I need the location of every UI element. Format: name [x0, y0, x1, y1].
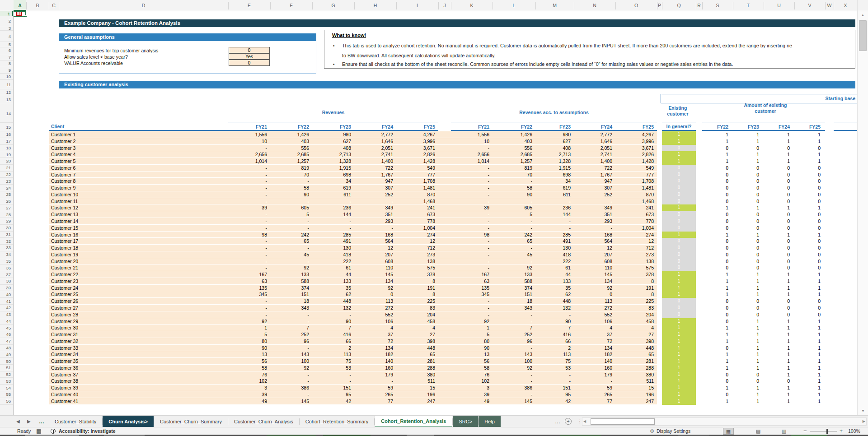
revenue-acc-cell[interactable]: - — [493, 218, 532, 224]
horizontal-scrollbar[interactable]: ◀ ▶ — [582, 417, 867, 426]
revenue-cell[interactable]: 53 — [312, 365, 351, 371]
revenue-acc-cell[interactable]: 53 — [535, 365, 571, 371]
amount-existing-cell[interactable]: 0 — [794, 191, 821, 198]
revenue-cell[interactable]: 980 — [312, 131, 351, 138]
row-header-44[interactable]: 44 — [0, 318, 13, 325]
revenue-acc-cell[interactable]: 145 — [574, 271, 612, 278]
amount-existing-cell[interactable]: 1 — [794, 338, 821, 344]
revenue-acc-cell[interactable]: 113 — [535, 351, 571, 357]
revenue-cell[interactable]: 2,656 — [228, 151, 267, 158]
revenue-acc-cell[interactable]: - — [493, 318, 532, 325]
revenue-cell[interactable]: - — [270, 345, 309, 351]
amount-existing-cell[interactable]: 1 — [794, 151, 821, 158]
revenue-cell[interactable]: - — [312, 225, 351, 231]
row-header-56[interactable]: 56 — [0, 398, 13, 405]
revenue-acc-cell[interactable]: 66 — [535, 338, 571, 344]
revenue-acc-cell[interactable]: 72 — [574, 338, 612, 344]
amount-existing-cell[interactable]: 0 — [733, 371, 759, 378]
revenue-acc-cell[interactable]: - — [451, 258, 489, 264]
revenue-cell[interactable]: 70 — [270, 172, 309, 178]
revenue-acc-cell[interactable]: 56 — [451, 358, 489, 364]
amount-existing-cell[interactable]: 0 — [733, 191, 759, 198]
amount-existing-cell[interactable]: 1 — [764, 385, 790, 391]
revenue-acc-cell[interactable]: - — [493, 391, 532, 398]
revenue-cell[interactable]: 552 — [354, 311, 393, 318]
revenue-acc-cell[interactable]: 182 — [574, 351, 612, 357]
revenue-cell[interactable]: 398 — [396, 338, 435, 344]
revenue-acc-cell[interactable]: 722 — [574, 165, 612, 171]
in-general-cell[interactable]: 0 — [662, 305, 696, 311]
amount-existing-cell[interactable]: 0 — [702, 345, 728, 351]
revenue-cell[interactable]: 2,772 — [354, 131, 393, 138]
amount-existing-cell[interactable]: 0 — [733, 251, 759, 258]
in-general-cell[interactable]: 0 — [662, 172, 696, 178]
revenue-cell[interactable]: 575 — [396, 264, 435, 271]
selection-fill-handle[interactable] — [25, 15, 27, 18]
revenue-cell[interactable]: 65 — [270, 238, 309, 244]
revenue-cell[interactable]: 3,996 — [396, 138, 435, 144]
revenue-acc-cell[interactable]: 698 — [535, 172, 571, 178]
amount-existing-cell[interactable]: 0 — [733, 378, 759, 384]
in-general-cell[interactable]: 0 — [662, 145, 696, 152]
amount-existing-cell[interactable]: 0 — [794, 264, 821, 271]
amount-existing-cell[interactable]: 1 — [764, 345, 790, 351]
amount-existing-cell[interactable]: 1 — [764, 391, 790, 398]
revenue-cell[interactable]: 345 — [228, 291, 267, 297]
row-header-37[interactable]: 37 — [0, 271, 13, 278]
amount-existing-cell[interactable]: 0 — [764, 185, 790, 191]
revenue-acc-cell[interactable]: 1,428 — [615, 158, 654, 164]
row-header-46[interactable]: 46 — [0, 331, 13, 338]
amount-existing-cell[interactable]: 1 — [733, 278, 759, 284]
customer-name-cell[interactable]: Customer 36 — [49, 365, 225, 371]
revenue-cell[interactable]: 2 — [312, 345, 351, 351]
in-general-cell[interactable]: 0 — [662, 165, 696, 172]
in-general-cell[interactable]: 0 — [662, 258, 696, 265]
amount-existing-cell[interactable]: 0 — [702, 378, 728, 384]
row-header-26[interactable]: 26 — [0, 198, 13, 205]
table-row[interactable]: Customer 2992-9010645892-9010645810111 — [14, 318, 857, 325]
revenue-cell[interactable]: 549 — [396, 165, 435, 171]
customer-name-cell[interactable]: Customer 14 — [49, 218, 225, 224]
revenue-acc-cell[interactable]: 343 — [493, 305, 532, 311]
revenue-cell[interactable]: 448 — [396, 345, 435, 351]
in-general-cell[interactable]: 1 — [662, 291, 696, 298]
revenue-cell[interactable]: 143 — [270, 351, 309, 357]
row-header-31[interactable]: 31 — [0, 232, 13, 238]
table-row[interactable]: Customer 2104036271,6463,996104036271,64… — [14, 138, 857, 145]
macro-record-icon[interactable]: ▦ — [36, 427, 41, 435]
revenue-acc-cell[interactable]: 35 — [535, 285, 571, 291]
row-header-2[interactable]: 2 — [0, 16, 13, 26]
amount-existing-cell[interactable]: 1 — [702, 204, 728, 211]
revenue-cell[interactable]: 349 — [354, 204, 393, 211]
revenue-cell[interactable]: - — [228, 172, 267, 178]
amount-existing-cell[interactable]: 0 — [702, 258, 728, 264]
customer-name-cell[interactable]: Customer 15 — [49, 225, 225, 231]
revenue-cell[interactable]: 134 — [354, 345, 393, 351]
customer-name-cell[interactable]: Customer 28 — [49, 311, 225, 318]
customer-name-cell[interactable]: Customer 23 — [49, 278, 225, 284]
amount-existing-cell[interactable]: 1 — [794, 291, 821, 297]
amount-existing-cell[interactable]: 1 — [764, 365, 790, 371]
revenue-acc-cell[interactable]: 1,468 — [615, 198, 654, 204]
amount-existing-cell[interactable]: 1 — [733, 271, 759, 278]
row-header-43[interactable]: 43 — [0, 311, 13, 318]
row-header-45[interactable]: 45 — [0, 325, 13, 331]
revenue-acc-cell[interactable]: 947 — [574, 178, 612, 184]
row-header-39[interactable]: 39 — [0, 285, 13, 292]
revenue-acc-cell[interactable]: 144 — [535, 211, 571, 218]
amount-existing-cell[interactable]: 0 — [794, 145, 821, 151]
revenue-cell[interactable]: - — [270, 245, 309, 251]
revenue-acc-cell[interactable]: 12 — [615, 238, 654, 244]
amount-existing-cell[interactable]: 0 — [733, 238, 759, 244]
customer-name-cell[interactable]: Customer 29 — [49, 318, 225, 325]
customer-name-cell[interactable]: Customer 26 — [49, 298, 225, 304]
sheet-tab-cohort-retention-summary[interactable]: Cohort_Retention_Summary — [300, 416, 374, 427]
revenue-acc-cell[interactable]: 980 — [535, 131, 571, 138]
revenue-acc-cell[interactable]: 608 — [574, 258, 612, 264]
revenue-acc-cell[interactable]: 138 — [615, 258, 654, 264]
revenue-acc-cell[interactable]: - — [451, 245, 489, 251]
revenue-cell[interactable]: 252 — [354, 191, 393, 198]
revenue-acc-cell[interactable]: 5 — [451, 331, 489, 338]
revenue-cell[interactable]: 12 — [354, 245, 393, 251]
amount-existing-cell[interactable]: 1 — [764, 351, 790, 357]
